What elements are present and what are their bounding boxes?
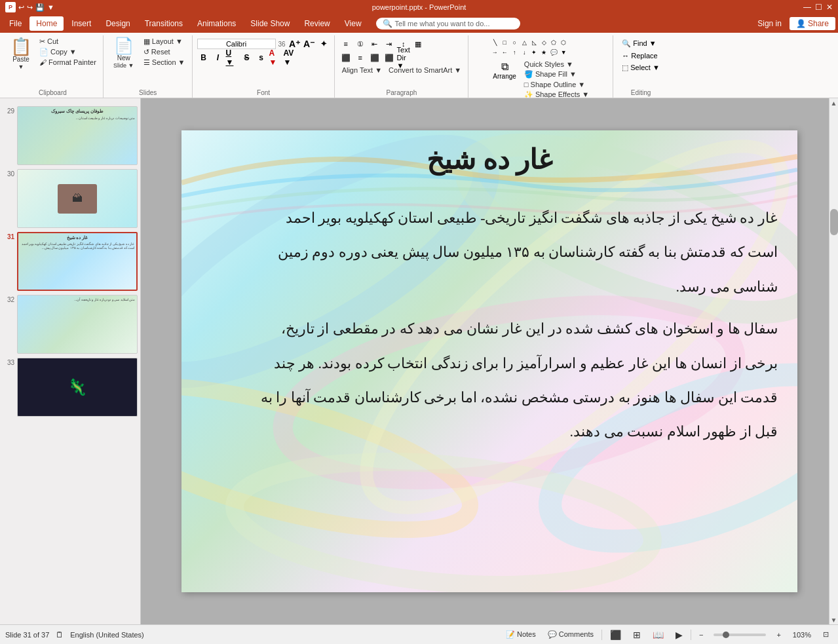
quick-access-more[interactable]: ▼	[47, 3, 54, 11]
menu-design[interactable]: Design	[99, 16, 136, 31]
slide-img-29[interactable]: طوفان پریسای چاک سیروک متن توضیحات دربار…	[17, 106, 138, 165]
menu-transitions[interactable]: Transitions	[138, 16, 189, 31]
shape-oval[interactable]: ○	[510, 38, 519, 47]
shape-arrow-u[interactable]: ↑	[510, 48, 519, 57]
slide-thumb-30[interactable]: 30 🏔	[3, 169, 138, 228]
shape-arrow-r[interactable]: →	[490, 48, 499, 57]
quick-access-save[interactable]: 💾	[35, 3, 45, 12]
comments-button[interactable]: 💬 Comments	[544, 629, 598, 640]
columns-btn[interactable]: ▦	[411, 38, 425, 50]
slide-title[interactable]: غار ده شیخ	[181, 143, 797, 176]
slide-body[interactable]: غار ده شیخ یکی از جاذبه های شگفت انگیز ت…	[201, 202, 778, 579]
copy-button[interactable]: 📄 Copy ▼	[37, 47, 99, 57]
quick-access-redo[interactable]: ↪	[27, 3, 33, 12]
shape-triangle[interactable]: △	[520, 38, 529, 47]
scroll-up-btn[interactable]: ▲	[829, 98, 839, 107]
new-slide-arrow[interactable]: Slide ▼	[113, 62, 134, 69]
scroll-thumb[interactable]	[830, 209, 838, 235]
fit-slide-btn[interactable]: ⊡	[819, 629, 833, 640]
shape-hexagon[interactable]: ⬡	[559, 38, 568, 47]
format-painter-button[interactable]: 🖌 Format Painter	[37, 58, 99, 67]
slides-panel[interactable]: 29 طوفان پریسای چاک سیروک متن توضیحات در…	[0, 98, 141, 624]
bold-btn[interactable]: B	[197, 52, 210, 64]
paste-arrow[interactable]: ▼	[18, 64, 24, 70]
shape-rtriangle[interactable]: ◺	[529, 38, 539, 47]
status-icon-notes-view[interactable]: 🗒	[56, 630, 64, 639]
replace-button[interactable]: ↔ Replace	[618, 50, 661, 61]
zoom-thumb[interactable]	[723, 632, 729, 638]
align-center-btn[interactable]: ≡	[354, 52, 367, 64]
slide-show-btn[interactable]: ▶	[672, 628, 687, 641]
shape-rect[interactable]: □	[500, 38, 509, 47]
scroll-track[interactable]	[829, 107, 838, 615]
shape-star4[interactable]: ✦	[529, 48, 539, 57]
close-btn[interactable]: ✕	[826, 3, 833, 12]
quick-access-undo[interactable]: ↩	[18, 3, 24, 12]
paste-button[interactable]: 📋 Paste ▼	[7, 37, 35, 71]
search-bar[interactable]: 🔍 Tell me what you want to do...	[376, 18, 520, 29]
layout-button[interactable]: ▦ Layout ▼	[141, 37, 188, 47]
shape-arrow-l[interactable]: ←	[500, 48, 509, 57]
menu-animations[interactable]: Animations	[191, 16, 242, 31]
shape-more[interactable]: ▼	[559, 48, 568, 57]
slide-sorter-btn[interactable]: ⊞	[629, 628, 645, 641]
arrange-button[interactable]: ⧉ Arrange	[490, 60, 519, 98]
quick-styles-button[interactable]: Quick Styles ▼	[522, 60, 592, 69]
align-text-btn[interactable]: Align Text ▼	[339, 66, 385, 75]
slide-canvas[interactable]: غار ده شیخ غار ده شیخ یکی از جاذبه های ش…	[181, 130, 797, 592]
font-color-btn[interactable]: A ▼	[269, 52, 282, 64]
section-button[interactable]: ☰ Section ▼	[141, 58, 188, 67]
language-indicator[interactable]: English (United States)	[70, 631, 144, 639]
normal-view-btn[interactable]: ⬛	[606, 628, 625, 641]
shape-pentagon[interactable]: ⬠	[549, 38, 558, 47]
menu-view[interactable]: View	[338, 16, 368, 31]
scroll-down-btn[interactable]: ▼	[829, 615, 839, 624]
shape-outline-button[interactable]: □ Shape Outline ▼	[522, 80, 592, 89]
zoom-in-btn[interactable]: +	[772, 630, 784, 640]
slide-thumb-33[interactable]: 33 🦎	[3, 358, 138, 417]
menu-file[interactable]: File	[3, 16, 28, 31]
font-size-input[interactable]: 36	[277, 41, 287, 48]
shape-callout[interactable]: 💬	[549, 48, 558, 57]
align-right-btn[interactable]: ⬛	[368, 52, 381, 64]
bullets-btn[interactable]: ≡	[339, 38, 352, 50]
char-spacing-btn[interactable]: AV ▼	[284, 52, 297, 64]
slide-img-30[interactable]: 🏔	[17, 169, 138, 228]
slide-img-31[interactable]: غار ده شیخ غار ده شیخ یکی از جاذبه های ش…	[17, 232, 138, 291]
decrease-font-btn[interactable]: A⁻	[303, 38, 316, 50]
notes-button[interactable]: 📝 Notes	[502, 629, 540, 640]
vertical-scrollbar[interactable]: ▲ ▼	[829, 98, 838, 624]
slide-img-32[interactable]: متن اسلاید سی و دو درباره غار و تاریخچه …	[17, 295, 138, 354]
justify-btn[interactable]: ⬛	[383, 52, 396, 64]
menu-slideshow[interactable]: Slide Show	[244, 16, 296, 31]
clear-format-btn[interactable]: ✦	[317, 38, 330, 50]
minimize-btn[interactable]: —	[803, 3, 811, 12]
shape-star5[interactable]: ★	[539, 48, 548, 57]
new-slide-button[interactable]: 📄 New Slide ▼	[108, 37, 140, 70]
cut-button[interactable]: ✂ Cut	[37, 37, 99, 47]
menu-review[interactable]: Review	[297, 16, 336, 31]
maximize-btn[interactable]: ☐	[815, 3, 822, 12]
reset-button[interactable]: ↺ Reset	[141, 47, 188, 57]
numbering-btn[interactable]: ①	[354, 38, 367, 50]
slide-thumb-32[interactable]: 32 متن اسلاید سی و دو درباره غار و تاریخ…	[3, 295, 138, 354]
align-left-btn[interactable]: ⬛	[339, 52, 352, 64]
shape-effects-button[interactable]: ✨ Shape Effects ▼	[522, 90, 592, 98]
zoom-level[interactable]: 103%	[789, 630, 815, 640]
slide-thumb-29[interactable]: 29 طوفان پریسای چاک سیروک متن توضیحات در…	[3, 106, 138, 165]
slide-thumb-31[interactable]: 31 غار ده شیخ غار ده شیخ یکی از جاذبه ها…	[3, 232, 138, 291]
shape-arrow-d[interactable]: ↓	[520, 48, 529, 57]
decrease-indent-btn[interactable]: ⇤	[368, 38, 381, 50]
find-button[interactable]: 🔍 Find ▼	[618, 38, 660, 49]
strikethrough-btn[interactable]: S	[240, 52, 254, 64]
select-button[interactable]: ⬚ Select ▼	[618, 62, 664, 73]
reading-view-btn[interactable]: 📖	[649, 628, 668, 641]
font-name-input[interactable]: Calibri	[197, 39, 276, 49]
underline-btn[interactable]: U ▼	[226, 52, 239, 64]
zoom-slider[interactable]	[714, 634, 766, 636]
convert-smartart-btn[interactable]: Convert to SmartArt ▼	[386, 66, 464, 75]
zoom-out-btn[interactable]: −	[695, 630, 707, 640]
shadow-btn[interactable]: s	[255, 52, 268, 64]
menu-insert[interactable]: Insert	[65, 16, 98, 31]
menu-home[interactable]: Home	[29, 16, 64, 31]
